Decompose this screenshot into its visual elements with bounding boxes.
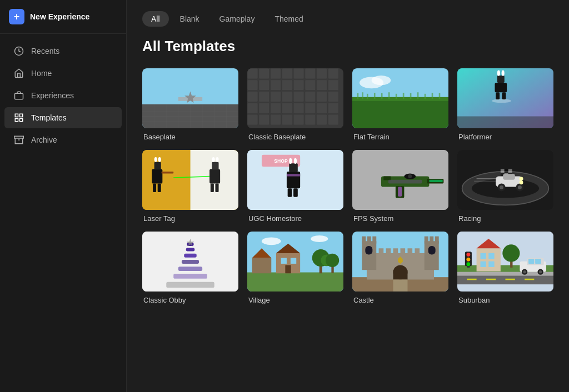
svg-rect-100 xyxy=(158,184,161,193)
tab-themed[interactable]: Themed xyxy=(266,11,312,27)
home-icon xyxy=(13,68,24,79)
tab-gameplay[interactable]: Gameplay xyxy=(211,11,264,27)
svg-rect-84 xyxy=(495,83,507,92)
sidebar-item-experiences[interactable]: Experiences xyxy=(4,85,122,106)
svg-point-104 xyxy=(212,157,214,162)
svg-rect-36 xyxy=(293,80,304,91)
svg-rect-45 xyxy=(305,92,316,102)
svg-rect-24 xyxy=(247,68,258,79)
svg-rect-169 xyxy=(291,258,296,264)
template-thumbnail-baseplate xyxy=(142,68,238,128)
svg-rect-34 xyxy=(271,80,281,91)
template-thumbnail-fps-system xyxy=(352,150,448,210)
template-card-village[interactable]: Village xyxy=(247,232,343,304)
svg-rect-189 xyxy=(393,249,398,254)
svg-rect-74 xyxy=(388,92,390,99)
template-card-baseplate[interactable]: Baseplate xyxy=(142,68,238,141)
svg-rect-99 xyxy=(153,184,156,193)
sidebar-item-templates[interactable]: Templates xyxy=(4,107,122,128)
tab-blank[interactable]: Blank xyxy=(171,11,208,27)
svg-rect-152 xyxy=(166,282,214,288)
svg-rect-227 xyxy=(528,259,534,264)
template-card-racing[interactable]: Racing xyxy=(457,150,553,223)
svg-rect-141 xyxy=(503,174,515,179)
svg-rect-63 xyxy=(328,114,338,125)
svg-rect-67 xyxy=(352,97,448,128)
svg-rect-96 xyxy=(154,162,161,170)
svg-rect-79 xyxy=(425,94,426,99)
template-card-laser-tag[interactable]: Laser Tag xyxy=(142,150,238,223)
svg-rect-205 xyxy=(525,279,534,280)
template-thumbnail-classic-baseplate xyxy=(247,68,343,128)
template-grid: Baseplate xyxy=(142,68,553,304)
template-card-classic-baseplate[interactable]: Classic Baseplate xyxy=(247,68,343,141)
template-name-laser-tag: Laser Tag xyxy=(142,214,238,223)
svg-point-226 xyxy=(539,270,542,273)
template-card-ugc-homestore[interactable]: SHOP UGC Homestore xyxy=(247,150,343,223)
template-thumbnail-racing xyxy=(457,150,553,210)
template-thumbnail-ugc-homestore: SHOP xyxy=(247,150,343,210)
template-card-fps-system[interactable]: FPS System xyxy=(352,150,448,223)
svg-rect-48 xyxy=(247,103,258,113)
svg-rect-186 xyxy=(435,237,439,244)
template-name-ugc-homestore: UGC Homestore xyxy=(247,214,343,223)
svg-rect-118 xyxy=(293,188,298,197)
svg-rect-2 xyxy=(15,114,18,117)
template-thumbnail-village xyxy=(247,232,343,292)
svg-point-175 xyxy=(326,254,339,267)
svg-point-224 xyxy=(523,270,526,273)
svg-rect-32 xyxy=(247,80,258,91)
template-thumbnail-castle xyxy=(352,232,448,292)
svg-point-98 xyxy=(158,157,161,162)
svg-rect-52 xyxy=(293,103,304,113)
template-name-classic-baseplate: Classic Baseplate xyxy=(247,133,343,141)
template-name-fps-system: FPS System xyxy=(352,214,448,223)
template-card-suburban[interactable]: Suburban xyxy=(457,232,553,304)
svg-rect-30 xyxy=(317,68,327,79)
sidebar-item-home[interactable]: Home xyxy=(4,63,122,84)
archive-icon xyxy=(13,134,24,145)
svg-rect-43 xyxy=(282,92,292,102)
new-experience-button[interactable]: + New Experience xyxy=(0,0,126,34)
sidebar-item-recents[interactable]: Recents xyxy=(4,41,122,62)
svg-rect-3 xyxy=(20,114,23,117)
svg-rect-62 xyxy=(317,114,327,125)
svg-rect-80 xyxy=(432,93,433,99)
svg-rect-6 xyxy=(14,136,24,138)
svg-rect-135 xyxy=(505,169,508,173)
svg-rect-180 xyxy=(362,237,366,244)
svg-rect-163 xyxy=(247,273,343,292)
svg-rect-60 xyxy=(293,114,304,125)
template-card-classic-obby[interactable]: Classic Obby xyxy=(142,232,238,304)
svg-rect-168 xyxy=(281,258,287,264)
template-card-flat-terrain[interactable]: Flat Terrain xyxy=(352,68,448,141)
svg-rect-4 xyxy=(15,119,18,122)
filter-tabs: All Blank Gameplay Themed xyxy=(142,11,553,27)
svg-rect-182 xyxy=(372,237,376,244)
template-card-platformer[interactable]: Platformer xyxy=(457,68,553,141)
svg-rect-194 xyxy=(393,270,408,279)
svg-rect-46 xyxy=(317,92,327,102)
svg-rect-190 xyxy=(401,249,406,254)
sidebar-item-archive[interactable]: Archive xyxy=(4,129,122,150)
svg-rect-119 xyxy=(287,174,300,176)
new-experience-label: New Experience xyxy=(30,12,89,21)
briefcase-icon xyxy=(13,90,24,101)
svg-rect-203 xyxy=(486,279,496,280)
svg-point-116 xyxy=(294,158,297,164)
main-content: All Blank Gameplay Themed All Templates xyxy=(127,0,569,392)
svg-rect-81 xyxy=(439,93,441,99)
tab-all[interactable]: All xyxy=(142,11,169,27)
svg-rect-179 xyxy=(362,242,376,270)
svg-rect-31 xyxy=(328,68,338,79)
svg-rect-77 xyxy=(410,93,412,99)
svg-rect-70 xyxy=(362,92,363,99)
svg-rect-184 xyxy=(425,237,428,244)
svg-rect-218 xyxy=(488,262,494,267)
template-card-castle[interactable]: Castle xyxy=(352,232,448,304)
svg-text:SHOP: SHOP xyxy=(274,158,288,164)
svg-rect-51 xyxy=(282,103,292,113)
svg-rect-42 xyxy=(271,92,281,102)
svg-rect-102 xyxy=(209,169,220,184)
svg-rect-125 xyxy=(383,177,391,180)
